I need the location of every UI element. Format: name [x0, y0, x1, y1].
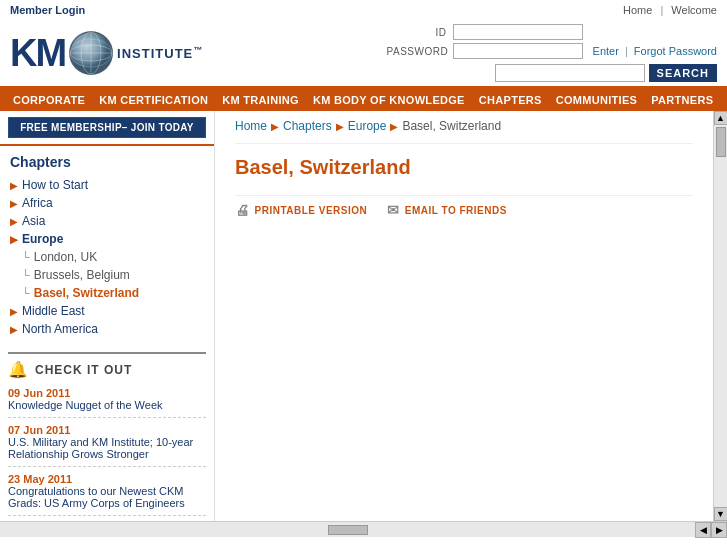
- arrow-icon-middle-east: ▶: [10, 306, 18, 317]
- action-bar: 🖨 Printable Version ✉ Email to Friends: [235, 195, 693, 218]
- scroll-up-btn[interactable]: ▲: [714, 111, 728, 125]
- bottom-scroll-thumb[interactable]: [328, 525, 368, 535]
- arrow-icon-africa: ▶: [10, 198, 18, 209]
- nav-partners[interactable]: Partners: [644, 94, 720, 106]
- login-sep: |: [625, 45, 628, 57]
- breadcrumb-current: Basel, Switzerland: [402, 119, 501, 133]
- id-input[interactable]: [453, 24, 583, 40]
- breadcrumb: Home ▶ Chapters ▶ Europe ▶ Basel, Switze…: [235, 111, 693, 144]
- top-bar-left: Member Login: [10, 4, 85, 16]
- sidebar-label-brussels: Brussels, Belgium: [34, 268, 130, 282]
- sidebar: FREE Membership– Join Today Chapters ▶ H…: [0, 111, 215, 521]
- sidebar-item-brussels[interactable]: └ Brussels, Belgium: [0, 266, 214, 284]
- logo-institute-text: INSTITUTE™: [117, 45, 203, 61]
- nav-communities[interactable]: Communities: [549, 94, 645, 106]
- nav-bar: Corporate KM Certification KM Training K…: [0, 89, 727, 111]
- sidebar-item-asia[interactable]: ▶ Asia: [0, 212, 214, 230]
- breadcrumb-home[interactable]: Home: [235, 119, 267, 133]
- search-input[interactable]: [495, 64, 645, 82]
- scroll-down-btn[interactable]: ▼: [714, 507, 728, 521]
- print-icon: 🖨: [235, 202, 250, 218]
- news-date-3: 23 May 2011: [8, 473, 206, 485]
- nav-km-training[interactable]: KM Training: [215, 94, 306, 106]
- bottom-bar: ◀ ▶: [0, 521, 727, 537]
- breadcrumb-arrow-2: ▶: [336, 121, 344, 132]
- scroll-right-btn[interactable]: ▶: [711, 522, 727, 538]
- breadcrumb-europe[interactable]: Europe: [348, 119, 387, 133]
- logo-text-block: INSTITUTE™: [117, 45, 203, 61]
- content-area: Home ▶ Chapters ▶ Europe ▶ Basel, Switze…: [215, 111, 713, 521]
- sidebar-item-africa[interactable]: ▶ Africa: [0, 194, 214, 212]
- check-it-out-section: 🔔 Check It Out 09 Jun 2011 Knowledge Nug…: [8, 352, 206, 521]
- nav-chapters[interactable]: Chapters: [472, 94, 549, 106]
- news-date-1: 09 Jun 2011: [8, 387, 206, 399]
- sidebar-item-middle-east[interactable]: ▶ Middle East: [0, 302, 214, 320]
- logo-km-text: KM: [10, 34, 65, 72]
- news-title-1[interactable]: Knowledge Nugget of the Week: [8, 399, 206, 411]
- enter-link[interactable]: Enter: [593, 45, 619, 57]
- bottom-arrows: ◀ ▶: [695, 522, 727, 538]
- sidebar-label-middle-east: Middle East: [22, 304, 85, 318]
- email-label: Email to Friends: [405, 205, 507, 216]
- sidebar-label-europe: Europe: [22, 232, 63, 246]
- arrow-icon-asia: ▶: [10, 216, 18, 227]
- corner-arrow-london: └: [22, 251, 30, 263]
- scroll-thumb[interactable]: [716, 127, 726, 157]
- sidebar-item-north-america[interactable]: ▶ North America: [0, 320, 214, 338]
- arrow-icon-europe: ▶: [10, 234, 18, 245]
- nav-km-cert[interactable]: KM Certification: [92, 94, 215, 106]
- top-bar: Member Login Home | Welcome: [0, 0, 727, 18]
- email-link[interactable]: ✉ Email to Friends: [387, 202, 507, 218]
- sidebar-item-basel[interactable]: └ Basel, Switzerland: [0, 284, 214, 302]
- sidebar-label-basel: Basel, Switzerland: [34, 286, 139, 300]
- chapters-title: Chapters: [0, 150, 214, 176]
- nav-events[interactable]: Events: [720, 94, 727, 106]
- password-row: Password Enter | Forgot Password: [387, 43, 717, 59]
- page-title: Basel, Switzerland: [235, 156, 693, 179]
- password-input[interactable]: [453, 43, 583, 59]
- sidebar-label-london: London, UK: [34, 250, 97, 264]
- print-link[interactable]: 🖨 Printable Version: [235, 202, 367, 218]
- member-login-top: Member Login: [10, 4, 85, 16]
- id-row: ID: [387, 24, 717, 40]
- forgot-link[interactable]: Forgot Password: [634, 45, 717, 57]
- scroll-left-btn[interactable]: ◀: [695, 522, 711, 538]
- check-icon: 🔔: [8, 360, 29, 379]
- news-title-2[interactable]: U.S. Military and KM Institute; 10-year …: [8, 436, 206, 460]
- news-title-3[interactable]: Congratulations to our Newest CKM Grads:…: [8, 485, 206, 509]
- breadcrumb-arrow-3: ▶: [390, 121, 398, 132]
- login-links: Enter | Forgot Password: [593, 45, 717, 57]
- sidebar-label-how-to-start: How to Start: [22, 178, 88, 192]
- top-bar-right: Home | Welcome: [623, 4, 717, 16]
- sidebar-label-asia: Asia: [22, 214, 45, 228]
- home-link[interactable]: Home: [623, 4, 652, 16]
- corner-arrow-brussels: └: [22, 269, 30, 281]
- logo[interactable]: KM INSTITUTE™: [10, 31, 203, 75]
- arrow-icon-north-america: ▶: [10, 324, 18, 335]
- email-icon: ✉: [387, 202, 400, 218]
- login-block: ID Password Enter | Forgot Password: [387, 24, 717, 59]
- bottom-scroll-track[interactable]: [0, 522, 695, 537]
- welcome-link[interactable]: Welcome: [671, 4, 717, 16]
- sidebar-label-africa: Africa: [22, 196, 53, 210]
- news-item-1: 09 Jun 2011 Knowledge Nugget of the Week: [8, 387, 206, 418]
- search-button[interactable]: Search: [649, 64, 717, 82]
- nav-corporate[interactable]: Corporate: [6, 94, 92, 106]
- sidebar-item-how-to-start[interactable]: ▶ How to Start: [0, 176, 214, 194]
- password-label: Password: [387, 46, 447, 57]
- news-date-2: 07 Jun 2011: [8, 424, 206, 436]
- right-scrollbar: ▲ ▼: [713, 111, 727, 521]
- login-search-block: ID Password Enter | Forgot Password Sear…: [387, 24, 717, 82]
- check-it-out-title: 🔔 Check It Out: [8, 360, 206, 379]
- sidebar-item-europe[interactable]: ▶ Europe: [0, 230, 214, 248]
- chapters-section: Chapters ▶ How to Start ▶ Africa ▶ Asia …: [0, 144, 214, 342]
- logo-login-area: KM INSTITUTE™: [0, 18, 727, 86]
- sidebar-item-london[interactable]: └ London, UK: [0, 248, 214, 266]
- print-label: Printable Version: [255, 205, 368, 216]
- corner-arrow-basel: └: [22, 287, 30, 299]
- news-item-2: 07 Jun 2011 U.S. Military and KM Institu…: [8, 424, 206, 467]
- arrow-icon-how-to-start: ▶: [10, 180, 18, 191]
- free-membership-btn[interactable]: FREE Membership– Join Today: [8, 117, 206, 138]
- nav-km-bok[interactable]: KM Body of Knowledge: [306, 94, 472, 106]
- breadcrumb-chapters[interactable]: Chapters: [283, 119, 332, 133]
